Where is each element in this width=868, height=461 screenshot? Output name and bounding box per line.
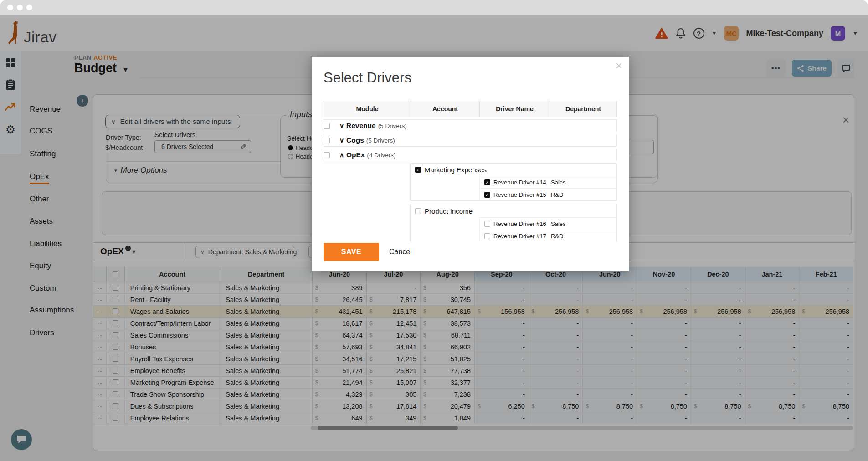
modal-title: Select Drivers (324, 70, 411, 86)
module-driver-count: (5 Drivers) (366, 137, 395, 144)
module-checkbox[interactable] (324, 152, 330, 158)
browser-window: Jirav ? ▼ MC (0, 0, 868, 461)
driver-checkbox[interactable]: ✓ (484, 179, 490, 185)
modal-column-header: Driver Name (479, 101, 550, 117)
window-minimize-dot[interactable] (17, 5, 23, 10)
window-zoom-dot[interactable] (26, 5, 32, 10)
chevron-down-icon[interactable]: ∨ (337, 122, 346, 129)
select-drivers-modal: × Select Drivers ModuleAccountDriver Nam… (312, 57, 629, 271)
modal-driver-row[interactable]: ✓Revenue Driver #15R&D (479, 188, 616, 200)
modal-column-header: Account (411, 101, 479, 117)
driver-name-cell: Revenue Driver #16 (480, 220, 551, 227)
driver-name-cell: ✓Revenue Driver #15 (480, 191, 551, 198)
driver-department: R&D (551, 233, 563, 240)
driver-name-cell: ✓Revenue Driver #14 (480, 179, 551, 186)
chevron-down-icon[interactable]: ∨ (337, 137, 346, 144)
driver-checkbox[interactable]: ✓ (484, 192, 490, 198)
module-name: Cogs (346, 136, 364, 144)
module-driver-count: (4 Drivers) (367, 152, 395, 159)
driver-department: Sales (551, 179, 566, 186)
module-name: OpEx (346, 151, 365, 159)
account-checkbox[interactable] (415, 208, 421, 214)
driver-name: Revenue Driver #17 (493, 233, 546, 240)
chevron-up-icon[interactable]: ∧ (337, 151, 346, 159)
app-root: Jirav ? ▼ MC (0, 15, 868, 461)
modal-account-group: ✓Marketing Expenses✓Revenue Driver #14Sa… (410, 163, 617, 201)
modal-account-row[interactable]: Product Income (411, 205, 616, 217)
driver-checkbox[interactable] (484, 233, 490, 239)
window-close-dot[interactable] (7, 5, 13, 10)
module-name: Revenue (346, 122, 376, 130)
modal-table-header: ModuleAccountDriver NameDepartment (324, 101, 617, 117)
module-driver-count: (5 Drivers) (378, 123, 407, 129)
modal-driver-row[interactable]: Revenue Driver #17R&D (479, 230, 616, 242)
driver-department: R&D (551, 191, 563, 198)
account-name: Product Income (425, 207, 473, 215)
modal-column-header: Module (324, 101, 411, 117)
save-button[interactable]: SAVE (324, 243, 379, 261)
modal-module-row[interactable]: ∧OpEx(4 Drivers) (324, 149, 617, 161)
cancel-button[interactable]: Cancel (389, 248, 412, 256)
driver-name-cell: Revenue Driver #17 (480, 233, 551, 240)
driver-name: Revenue Driver #14 (493, 179, 546, 186)
module-checkbox[interactable] (324, 123, 330, 129)
module-checkbox[interactable] (324, 138, 330, 143)
account-name: Marketing Expenses (425, 166, 487, 174)
window-controls[interactable] (7, 5, 32, 10)
modal-account-group: Product IncomeRevenue Driver #16SalesRev… (410, 205, 617, 242)
modal-table-rows: ∨Revenue(5 Drivers)∨Cogs(5 Drivers)∧OpEx… (324, 119, 617, 246)
modal-module-row[interactable]: ∨Revenue(5 Drivers) (324, 119, 617, 132)
modal-driver-row[interactable]: Revenue Driver #16Sales (479, 217, 616, 230)
modal-column-header: Department (550, 101, 616, 117)
driver-name: Revenue Driver #16 (493, 220, 546, 227)
driver-checkbox[interactable] (484, 221, 490, 227)
driver-name: Revenue Driver #15 (493, 191, 546, 198)
window-titlebar (0, 0, 868, 15)
account-checkbox[interactable]: ✓ (415, 167, 421, 173)
driver-department: Sales (551, 220, 566, 227)
modal-close-icon[interactable]: × (616, 59, 622, 73)
modal-account-row[interactable]: ✓Marketing Expenses (411, 164, 616, 176)
modal-module-row[interactable]: ∨Cogs(5 Drivers) (324, 134, 617, 147)
modal-driver-row[interactable]: ✓Revenue Driver #14Sales (479, 176, 616, 188)
